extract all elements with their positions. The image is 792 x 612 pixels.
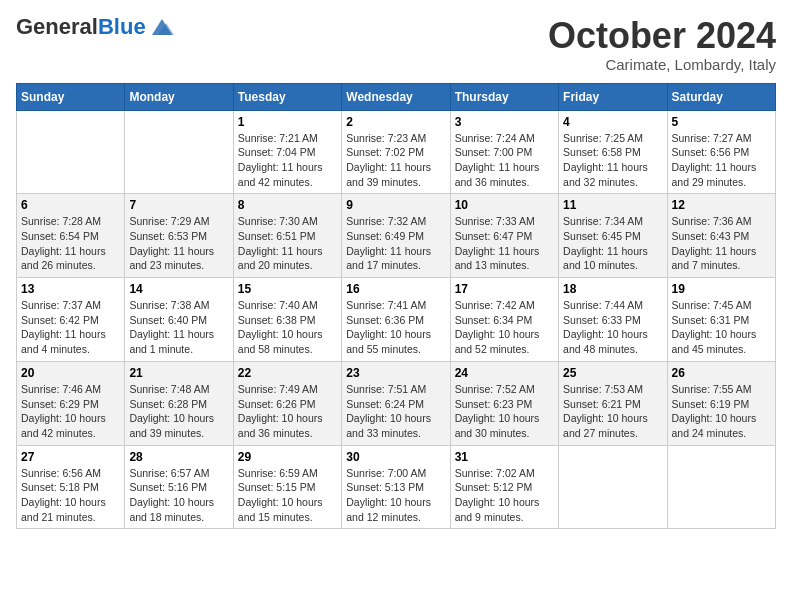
day-info: Sunrise: 7:32 AMSunset: 6:49 PMDaylight:… (346, 214, 445, 273)
calendar-cell: 15Sunrise: 7:40 AMSunset: 6:38 PMDayligh… (233, 278, 341, 362)
calendar-cell: 1Sunrise: 7:21 AMSunset: 7:04 PMDaylight… (233, 110, 341, 194)
day-number: 27 (21, 450, 120, 464)
calendar-cell (125, 110, 233, 194)
header-row: SundayMondayTuesdayWednesdayThursdayFrid… (17, 83, 776, 110)
day-number: 14 (129, 282, 228, 296)
calendar-week-row: 27Sunrise: 6:56 AMSunset: 5:18 PMDayligh… (17, 445, 776, 529)
calendar-cell: 11Sunrise: 7:34 AMSunset: 6:45 PMDayligh… (559, 194, 667, 278)
month-title: October 2024 (548, 16, 776, 56)
calendar-cell (559, 445, 667, 529)
calendar-cell (667, 445, 775, 529)
day-info: Sunrise: 7:30 AMSunset: 6:51 PMDaylight:… (238, 214, 337, 273)
day-info: Sunrise: 7:28 AMSunset: 6:54 PMDaylight:… (21, 214, 120, 273)
day-number: 28 (129, 450, 228, 464)
day-info: Sunrise: 7:37 AMSunset: 6:42 PMDaylight:… (21, 298, 120, 357)
page-header: GeneralBlue October 2024 Carimate, Lomba… (16, 16, 776, 73)
weekday-header: Wednesday (342, 83, 450, 110)
calendar-week-row: 20Sunrise: 7:46 AMSunset: 6:29 PMDayligh… (17, 361, 776, 445)
calendar-body: 1Sunrise: 7:21 AMSunset: 7:04 PMDaylight… (17, 110, 776, 529)
day-info: Sunrise: 7:21 AMSunset: 7:04 PMDaylight:… (238, 131, 337, 190)
calendar-cell: 27Sunrise: 6:56 AMSunset: 5:18 PMDayligh… (17, 445, 125, 529)
day-number: 4 (563, 115, 662, 129)
weekday-header: Saturday (667, 83, 775, 110)
day-info: Sunrise: 7:55 AMSunset: 6:19 PMDaylight:… (672, 382, 771, 441)
calendar-cell: 20Sunrise: 7:46 AMSunset: 6:29 PMDayligh… (17, 361, 125, 445)
calendar-cell: 16Sunrise: 7:41 AMSunset: 6:36 PMDayligh… (342, 278, 450, 362)
day-number: 23 (346, 366, 445, 380)
day-number: 17 (455, 282, 554, 296)
title-block: October 2024 Carimate, Lombardy, Italy (548, 16, 776, 73)
day-info: Sunrise: 7:23 AMSunset: 7:02 PMDaylight:… (346, 131, 445, 190)
day-number: 3 (455, 115, 554, 129)
day-info: Sunrise: 7:00 AMSunset: 5:13 PMDaylight:… (346, 466, 445, 525)
calendar-cell: 29Sunrise: 6:59 AMSunset: 5:15 PMDayligh… (233, 445, 341, 529)
calendar-cell: 21Sunrise: 7:48 AMSunset: 6:28 PMDayligh… (125, 361, 233, 445)
calendar-cell: 2Sunrise: 7:23 AMSunset: 7:02 PMDaylight… (342, 110, 450, 194)
calendar-cell: 30Sunrise: 7:00 AMSunset: 5:13 PMDayligh… (342, 445, 450, 529)
day-info: Sunrise: 6:59 AMSunset: 5:15 PMDaylight:… (238, 466, 337, 525)
day-info: Sunrise: 7:53 AMSunset: 6:21 PMDaylight:… (563, 382, 662, 441)
day-info: Sunrise: 7:41 AMSunset: 6:36 PMDaylight:… (346, 298, 445, 357)
day-number: 19 (672, 282, 771, 296)
day-number: 6 (21, 198, 120, 212)
day-number: 22 (238, 366, 337, 380)
day-number: 11 (563, 198, 662, 212)
calendar-header: SundayMondayTuesdayWednesdayThursdayFrid… (17, 83, 776, 110)
calendar-cell: 7Sunrise: 7:29 AMSunset: 6:53 PMDaylight… (125, 194, 233, 278)
day-number: 15 (238, 282, 337, 296)
day-number: 18 (563, 282, 662, 296)
calendar-cell: 12Sunrise: 7:36 AMSunset: 6:43 PMDayligh… (667, 194, 775, 278)
day-number: 10 (455, 198, 554, 212)
calendar-cell: 13Sunrise: 7:37 AMSunset: 6:42 PMDayligh… (17, 278, 125, 362)
day-number: 12 (672, 198, 771, 212)
calendar-cell: 17Sunrise: 7:42 AMSunset: 6:34 PMDayligh… (450, 278, 558, 362)
day-number: 31 (455, 450, 554, 464)
weekday-header: Monday (125, 83, 233, 110)
day-info: Sunrise: 7:48 AMSunset: 6:28 PMDaylight:… (129, 382, 228, 441)
calendar-cell: 31Sunrise: 7:02 AMSunset: 5:12 PMDayligh… (450, 445, 558, 529)
calendar-cell: 24Sunrise: 7:52 AMSunset: 6:23 PMDayligh… (450, 361, 558, 445)
weekday-header: Friday (559, 83, 667, 110)
day-info: Sunrise: 7:51 AMSunset: 6:24 PMDaylight:… (346, 382, 445, 441)
day-info: Sunrise: 7:25 AMSunset: 6:58 PMDaylight:… (563, 131, 662, 190)
calendar-cell: 3Sunrise: 7:24 AMSunset: 7:00 PMDaylight… (450, 110, 558, 194)
day-number: 21 (129, 366, 228, 380)
day-info: Sunrise: 7:52 AMSunset: 6:23 PMDaylight:… (455, 382, 554, 441)
day-number: 30 (346, 450, 445, 464)
day-info: Sunrise: 7:44 AMSunset: 6:33 PMDaylight:… (563, 298, 662, 357)
weekday-header: Tuesday (233, 83, 341, 110)
day-number: 9 (346, 198, 445, 212)
calendar-cell: 4Sunrise: 7:25 AMSunset: 6:58 PMDaylight… (559, 110, 667, 194)
calendar-cell: 19Sunrise: 7:45 AMSunset: 6:31 PMDayligh… (667, 278, 775, 362)
calendar-week-row: 13Sunrise: 7:37 AMSunset: 6:42 PMDayligh… (17, 278, 776, 362)
day-number: 25 (563, 366, 662, 380)
day-info: Sunrise: 7:45 AMSunset: 6:31 PMDaylight:… (672, 298, 771, 357)
calendar-cell: 28Sunrise: 6:57 AMSunset: 5:16 PMDayligh… (125, 445, 233, 529)
day-number: 26 (672, 366, 771, 380)
day-info: Sunrise: 7:29 AMSunset: 6:53 PMDaylight:… (129, 214, 228, 273)
calendar-cell: 8Sunrise: 7:30 AMSunset: 6:51 PMDaylight… (233, 194, 341, 278)
calendar-cell: 9Sunrise: 7:32 AMSunset: 6:49 PMDaylight… (342, 194, 450, 278)
day-info: Sunrise: 7:02 AMSunset: 5:12 PMDaylight:… (455, 466, 554, 525)
day-info: Sunrise: 7:40 AMSunset: 6:38 PMDaylight:… (238, 298, 337, 357)
day-info: Sunrise: 7:27 AMSunset: 6:56 PMDaylight:… (672, 131, 771, 190)
day-number: 8 (238, 198, 337, 212)
day-number: 13 (21, 282, 120, 296)
day-number: 24 (455, 366, 554, 380)
day-info: Sunrise: 7:33 AMSunset: 6:47 PMDaylight:… (455, 214, 554, 273)
day-number: 7 (129, 198, 228, 212)
logo-icon (148, 17, 176, 37)
calendar-cell: 6Sunrise: 7:28 AMSunset: 6:54 PMDaylight… (17, 194, 125, 278)
day-info: Sunrise: 6:57 AMSunset: 5:16 PMDaylight:… (129, 466, 228, 525)
day-number: 5 (672, 115, 771, 129)
calendar-cell (17, 110, 125, 194)
day-info: Sunrise: 7:46 AMSunset: 6:29 PMDaylight:… (21, 382, 120, 441)
day-number: 1 (238, 115, 337, 129)
calendar-cell: 14Sunrise: 7:38 AMSunset: 6:40 PMDayligh… (125, 278, 233, 362)
calendar-table: SundayMondayTuesdayWednesdayThursdayFrid… (16, 83, 776, 530)
logo: GeneralBlue (16, 16, 176, 38)
day-info: Sunrise: 6:56 AMSunset: 5:18 PMDaylight:… (21, 466, 120, 525)
calendar-cell: 18Sunrise: 7:44 AMSunset: 6:33 PMDayligh… (559, 278, 667, 362)
day-info: Sunrise: 7:24 AMSunset: 7:00 PMDaylight:… (455, 131, 554, 190)
day-number: 2 (346, 115, 445, 129)
